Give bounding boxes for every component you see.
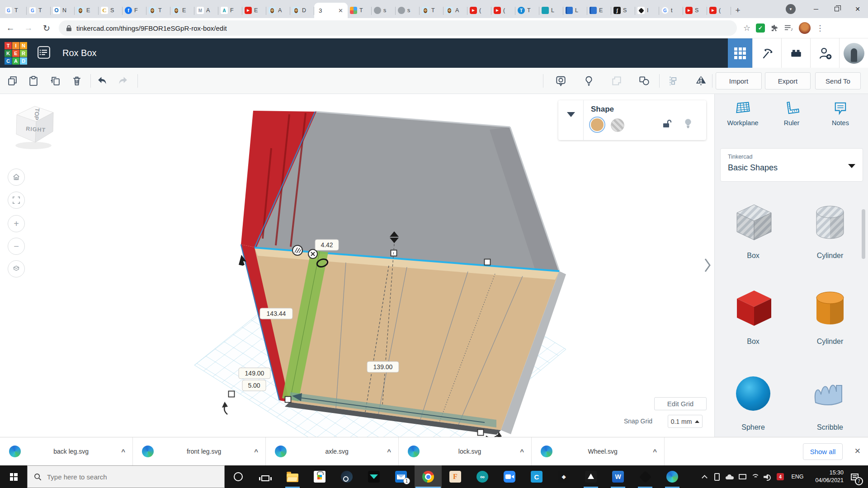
taskbar-edge-icon[interactable] (659, 465, 686, 488)
download-item[interactable]: axle.svg^ (266, 437, 399, 465)
browser-tab[interactable]: L (563, 3, 587, 18)
taskbar-steam-icon[interactable] (333, 465, 360, 488)
taskbar-file-explorer-icon[interactable] (279, 465, 306, 488)
account-avatar-cell[interactable] (839, 38, 868, 68)
align-button[interactable] (667, 75, 680, 87)
browser-tab[interactable]: AF (218, 3, 242, 18)
tray-wifi-icon[interactable] (749, 465, 761, 488)
shape-item-scribble-5[interactable]: Scribble (792, 358, 868, 444)
sidebar-collapse-chevron[interactable] (703, 257, 712, 276)
shapes-grid-button[interactable] (728, 38, 752, 68)
media-controls-icon[interactable]: ♪ (784, 24, 793, 32)
taskbar-task-view-icon[interactable] (252, 465, 279, 488)
browser-tab[interactable]: MA (194, 3, 218, 18)
refresh-icon[interactable]: ↻ (39, 20, 54, 36)
download-chevron-icon[interactable]: ^ (387, 448, 391, 455)
browser-tab[interactable]: A (266, 3, 290, 18)
downloads-close-icon[interactable]: ✕ (854, 446, 861, 456)
delete-button[interactable] (71, 75, 83, 87)
taskbar-fusion-360-icon[interactable]: F (442, 465, 469, 488)
taskbar-slicer-icon[interactable] (577, 465, 604, 488)
minimize-button[interactable]: ─ (806, 1, 826, 17)
url-input[interactable]: tinkercad.com/things/9FBOR1eSGpR-rox-box… (59, 20, 737, 36)
taskbar-store-icon[interactable] (306, 465, 333, 488)
snap-grid-select[interactable]: 0.1 mm (668, 415, 703, 428)
minecraft-export-button[interactable] (752, 38, 781, 68)
dim-depth[interactable]: 149.00 (245, 370, 264, 377)
home-view-button[interactable] (8, 169, 25, 186)
export-button[interactable]: Export (765, 72, 811, 89)
sidebar-scrollbar[interactable] (862, 209, 865, 259)
browser-tab[interactable]: A (443, 3, 467, 18)
browser-tab[interactable]: GT (27, 3, 51, 18)
group-button[interactable] (610, 75, 623, 87)
shape-item-cylinder-1[interactable]: Cylinder (792, 187, 868, 272)
taskbar-mail-icon[interactable]: 1 (387, 465, 415, 488)
browser-tab[interactable]: s (372, 3, 396, 18)
browser-tab[interactable]: T (420, 3, 443, 18)
tab-search-icon[interactable]: ▼ (786, 4, 796, 14)
tray-display-icon[interactable] (736, 465, 749, 488)
bookmark-star-icon[interactable]: ☆ (743, 23, 750, 33)
search-input[interactable] (47, 473, 201, 481)
browser-tab[interactable]: L (539, 3, 563, 18)
taskbar-inkscape-icon[interactable] (632, 465, 659, 488)
browser-profile-avatar[interactable] (799, 22, 811, 34)
brick-export-button[interactable] (781, 38, 810, 68)
lock-toggle[interactable] (661, 118, 672, 131)
tray-onedrive-icon[interactable] (723, 465, 736, 488)
dim-width[interactable]: 139.00 (373, 363, 393, 371)
3d-viewport[interactable]: 4.42 143.44 149.00 5.00 139.00 (0, 94, 714, 437)
copy-button[interactable] (6, 75, 19, 87)
browser-tab[interactable]: E (75, 3, 99, 18)
download-chevron-icon[interactable]: ^ (254, 448, 258, 455)
browser-tab[interactable]: E (587, 3, 611, 18)
start-button[interactable] (0, 465, 27, 488)
taskbar-camtasia-icon[interactable]: C (523, 465, 550, 488)
panel-collapse-caret[interactable] (558, 100, 584, 140)
browser-menu-icon[interactable]: ⋮ (816, 23, 824, 33)
taskbar-resolve-icon[interactable]: ◆ (550, 465, 577, 488)
forward-icon[interactable]: → (21, 20, 36, 36)
ruler-tool[interactable]: Ruler (769, 100, 814, 127)
tray-volume-icon[interactable] (761, 465, 774, 488)
browser-tab[interactable]: T (146, 3, 170, 18)
browser-tab[interactable]: I (635, 3, 659, 18)
browser-tab[interactable]: D (290, 3, 314, 18)
close-button[interactable]: ✕ (847, 1, 868, 17)
workplane-tool[interactable]: Workplane (720, 100, 765, 127)
shape-library-dropdown[interactable]: Tinkercad Basic Shapes (720, 148, 863, 182)
taskbar-zoom-icon[interactable] (496, 465, 523, 488)
browser-tab[interactable]: GT (3, 3, 27, 18)
download-chevron-icon[interactable]: ^ (121, 448, 125, 455)
hole-swatch[interactable] (611, 118, 624, 132)
browser-tab[interactable]: ▶E (242, 3, 266, 18)
shape-item-box-2[interactable]: Box (715, 272, 792, 358)
send-to-button[interactable]: Send To (815, 72, 861, 89)
fit-view-button[interactable] (8, 192, 25, 209)
action-center-button[interactable]: 7 (845, 465, 863, 488)
browser-tab[interactable]: CS (99, 3, 123, 18)
download-item[interactable]: Wheel.svg^ (532, 437, 665, 465)
taskbar-search[interactable] (27, 465, 225, 488)
notes-tool[interactable]: Notes (818, 100, 863, 127)
browser-tab[interactable]: T (348, 3, 372, 18)
download-item[interactable]: lock.svg^ (399, 437, 532, 465)
browser-tab-active[interactable]: 3✕ (314, 3, 348, 18)
share-invite-button[interactable] (810, 38, 839, 68)
download-item[interactable]: back leg.svg^ (0, 437, 133, 465)
language-indicator[interactable]: ENG (788, 474, 807, 480)
duplicate-button[interactable] (49, 75, 61, 87)
light-toggle-button[interactable] (582, 75, 595, 87)
undo-button[interactable] (96, 75, 108, 87)
solid-color-swatch[interactable] (589, 117, 605, 133)
browser-tab[interactable]: ▶( (707, 3, 731, 18)
clock[interactable]: 15:30 04/06/2021 (808, 469, 844, 484)
browser-tab[interactable]: ∫S (611, 3, 635, 18)
taskbar-predator-icon[interactable] (360, 465, 387, 488)
shape-item-cylinder-3[interactable]: Cylinder (792, 272, 868, 358)
tray-phone-icon[interactable] (711, 465, 723, 488)
inspect-button[interactable] (554, 75, 567, 87)
browser-tab[interactable]: ▶( (467, 3, 491, 18)
mirror-button[interactable] (694, 75, 707, 87)
